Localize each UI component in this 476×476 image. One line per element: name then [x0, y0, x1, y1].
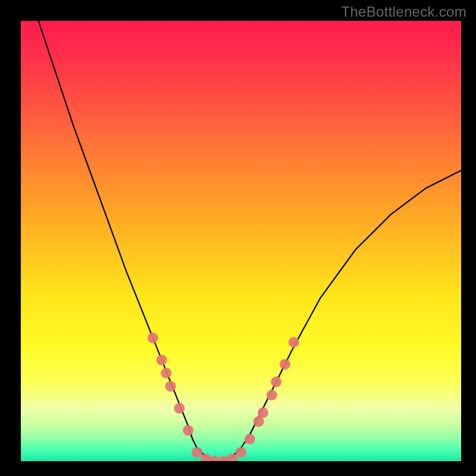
bottleneck-curve	[39, 21, 461, 461]
highlight-dot	[161, 368, 171, 378]
highlight-dot	[156, 355, 167, 365]
highlight-dot	[227, 453, 237, 461]
highlight-dot	[271, 377, 281, 387]
highlight-dot	[280, 359, 290, 369]
highlight-dot	[258, 408, 268, 418]
highlight-dot	[183, 425, 193, 436]
highlight-dot	[148, 333, 158, 343]
watermark-text: TheBottleneck.com	[341, 4, 466, 20]
highlight-dot	[289, 337, 299, 347]
plot-area	[21, 21, 461, 461]
curve-layer	[21, 21, 461, 461]
highlight-dot	[165, 381, 176, 392]
highlight-dot	[236, 447, 246, 458]
highlight-dot	[245, 434, 255, 444]
highlight-dots	[148, 333, 299, 461]
highlight-dot	[267, 390, 277, 400]
chart-frame: TheBottleneck.com	[0, 0, 476, 476]
highlight-dot	[174, 403, 184, 414]
highlight-dot	[192, 447, 202, 458]
